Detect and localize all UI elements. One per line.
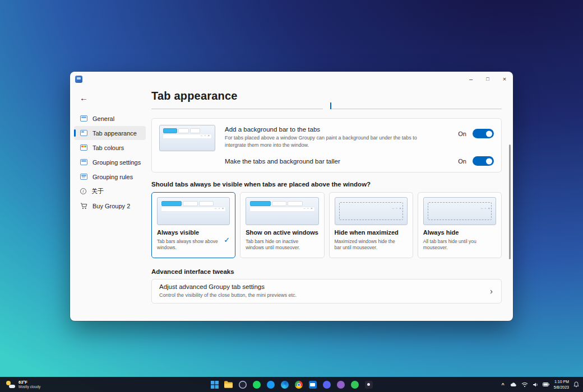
weather-icon	[6, 381, 15, 389]
sidebar-item-grouping-settings[interactable]: Grouping settings	[74, 155, 146, 169]
taskbar-date: 5/8/2023	[554, 385, 569, 390]
general-icon	[80, 115, 87, 122]
sidebar-item-label: Grouping settings	[92, 159, 141, 166]
camera-app-icon[interactable]	[364, 380, 373, 389]
close-button[interactable]: ×	[496, 72, 513, 86]
partially-scrolled-control-left[interactable]	[151, 105, 323, 109]
background-bar-toggle[interactable]	[473, 129, 494, 138]
spotify-icon[interactable]	[252, 380, 261, 389]
notification-bell-icon[interactable]	[573, 381, 579, 388]
option-title: Always hide	[423, 229, 496, 237]
weather-widget[interactable]: 63°F Mostly cloudy	[2, 377, 44, 392]
option-description: Tab bars hide on inactive windows until …	[246, 239, 313, 251]
taskbar: 63°F Mostly cloudy ^	[0, 377, 583, 392]
onedrive-cloud-icon[interactable]	[510, 382, 517, 387]
sidebar-item-buy-groupy[interactable]: Buy Groupy 2	[74, 199, 146, 213]
discord-icon[interactable]	[322, 380, 331, 389]
taller-bar-setting-row: Make the tabs and background bar taller …	[152, 154, 501, 172]
sidebar-item-label: Buy Groupy 2	[92, 203, 130, 209]
check-icon: ✓	[224, 236, 230, 244]
window-titlebar[interactable]: – □ ×	[70, 72, 513, 86]
sidebar-item-about[interactable]: i 关于	[74, 184, 146, 198]
tab-appearance-icon	[80, 130, 87, 136]
partially-scrolled-controls	[151, 105, 502, 109]
tab-colours-icon	[80, 144, 87, 151]
taskbar-time: 1:10 PM	[554, 379, 569, 384]
setting-description: For tabs placed above a window Groupy ca…	[225, 134, 420, 148]
sidebar-item-grouping-rules[interactable]: Grouping rules	[74, 170, 146, 184]
option-title: Show on active windows	[246, 229, 318, 237]
visibility-options: – ▫ × Always visible Tab bars always sho…	[151, 192, 502, 258]
chevron-right-icon: ›	[490, 286, 493, 296]
toggle-state-label: On	[458, 158, 466, 165]
page-title: Tab appearance	[151, 90, 502, 102]
taller-bar-toggle[interactable]	[473, 156, 494, 166]
option-preview-image: – ▫ ×	[423, 197, 496, 225]
edge-icon[interactable]	[280, 380, 289, 389]
battery-icon[interactable]	[543, 382, 549, 386]
setting-title: Adjust advanced Groupy tab settings	[159, 283, 490, 290]
sidebar-nav: General Tab appearance Tab colours Group…	[70, 107, 150, 213]
visibility-question: Should tabs always be visible when tabs …	[151, 181, 502, 188]
visual-studio-icon[interactable]	[336, 380, 345, 389]
chrome-icon[interactable]	[294, 380, 303, 389]
mini-window-controls-icon: – ▫ ×	[481, 207, 491, 210]
sidebar-item-general[interactable]: General	[74, 111, 146, 125]
wifi-icon[interactable]	[521, 382, 528, 388]
advanced-heading: Advanced interface tweaks	[151, 268, 502, 275]
option-preview-image: – ▫ ×	[157, 197, 230, 225]
info-icon: i	[80, 188, 86, 194]
weather-temperature: 63°F	[18, 380, 40, 385]
taskbar-center-apps	[210, 380, 373, 389]
sidebar-item-tab-appearance[interactable]: Tab appearance	[74, 126, 146, 140]
advanced-settings-link[interactable]: Adjust advanced Groupy tab settings Cont…	[151, 279, 502, 304]
sidebar-item-label: Tab colours	[92, 144, 124, 151]
file-explorer-icon[interactable]	[224, 380, 233, 389]
sidebar-item-label: Tab appearance	[92, 130, 137, 137]
mini-window-controls-icon: – ▫ ×	[303, 207, 313, 210]
option-preview-image: – ▫ ×	[335, 197, 408, 225]
media-app-icon[interactable]	[238, 380, 247, 389]
option-always-visible[interactable]: – ▫ × Always visible Tab bars always sho…	[151, 192, 235, 258]
maximize-button[interactable]: □	[479, 72, 496, 86]
groupy-settings-window: – □ × ← General Tab appearance Tab colou…	[70, 72, 513, 321]
option-description: Tab bars always show above windows.	[157, 239, 224, 251]
option-preview-image: – ▫ ×	[246, 197, 318, 225]
sidebar-item-tab-colours[interactable]: Tab colours	[74, 141, 146, 155]
system-tray: ^ 1:10 PM 5/8/2023	[500, 377, 581, 392]
window-scrollbar[interactable]	[509, 144, 511, 259]
taskbar-clock[interactable]: 1:10 PM 5/8/2023	[554, 379, 569, 389]
grouping-settings-icon	[80, 159, 87, 165]
option-always-hide[interactable]: – ▫ × Always hide All tab bars hide unti…	[418, 192, 502, 258]
background-bar-card: – ▫ × Add a background bar to the tabs F…	[151, 118, 502, 172]
setting-title: Make the tabs and background bar taller	[225, 158, 451, 165]
toggle-state-label: On	[458, 130, 466, 137]
windows-logo-icon	[211, 381, 219, 389]
settings-main-panel: Tab appearance – ▫ × Add a background ba…	[150, 86, 513, 321]
settings-sidebar: ← General Tab appearance Tab colours Gro…	[70, 86, 150, 321]
back-button[interactable]: ←	[80, 93, 88, 102]
partially-scrolled-control-right[interactable]	[330, 105, 502, 109]
option-title: Hide when maximized	[335, 229, 408, 237]
tab-bar-preview-image: – ▫ ×	[159, 125, 215, 151]
groupy-app-icon[interactable]	[75, 76, 82, 83]
volume-icon[interactable]	[533, 382, 538, 388]
green-app-icon[interactable]	[350, 380, 359, 389]
option-description: Maximized windows hide the bar until mou…	[335, 239, 402, 251]
minimize-button[interactable]: –	[462, 72, 479, 86]
setting-description: Control the visibility of the close butt…	[159, 292, 354, 299]
twitter-icon[interactable]	[266, 380, 275, 389]
sidebar-item-label: 关于	[91, 187, 104, 195]
hidden-icons-chevron[interactable]: ^	[500, 382, 505, 388]
background-bar-setting-row: – ▫ × Add a background bar to the tabs F…	[152, 119, 501, 154]
mini-window-controls-icon: – ▫ ×	[392, 207, 401, 210]
sidebar-item-label: Grouping rules	[92, 174, 133, 180]
mini-window-controls-icon: – ▫ ×	[215, 207, 224, 210]
option-hide-when-maximized[interactable]: – ▫ × Hide when maximized Maximized wind…	[329, 192, 413, 258]
mail-icon[interactable]	[308, 380, 317, 389]
grouping-rules-icon	[80, 174, 87, 180]
option-show-on-active-windows[interactable]: – ▫ × Show on active windows Tab bars hi…	[240, 192, 324, 258]
start-button[interactable]	[210, 380, 219, 389]
weather-condition: Mostly cloudy	[18, 385, 40, 389]
sidebar-item-label: General	[92, 115, 114, 122]
